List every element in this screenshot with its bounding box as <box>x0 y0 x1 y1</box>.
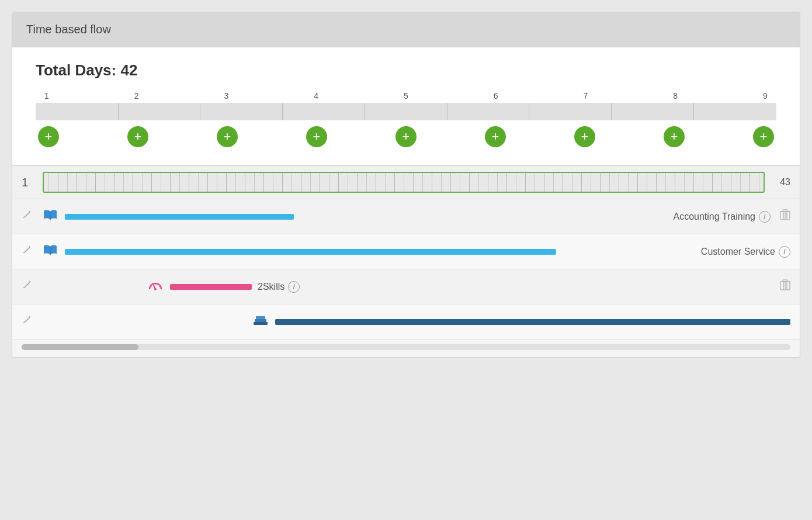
table-row: Accounting Training i <box>12 199 800 234</box>
timeline-num-4: 4 <box>307 91 325 100</box>
info-button-3[interactable]: i <box>288 281 300 293</box>
main-container: Time based flow Total Days: 42 1 2 3 4 5… <box>12 12 800 358</box>
info-button-2[interactable]: i <box>779 246 790 258</box>
gantt-section: 1 43 <box>12 166 800 357</box>
timeline-num-6: 6 <box>487 91 505 100</box>
timeline-track <box>36 103 776 120</box>
skill-icon <box>147 279 164 295</box>
scroll-track[interactable] <box>22 344 790 350</box>
gantt-ruler-end: 43 <box>772 177 790 188</box>
gantt-row-number: 1 <box>22 176 36 189</box>
progress-bar-3 <box>170 284 252 290</box>
timeline-num-7: 7 <box>577 91 595 100</box>
header: Time based flow <box>12 12 800 47</box>
add-step-4-button[interactable]: + <box>306 126 327 147</box>
timeline-num-8: 8 <box>667 91 684 100</box>
stack-icon <box>252 314 269 330</box>
bar-container-3 <box>170 283 252 291</box>
timeline-num-9: 9 <box>757 91 774 100</box>
table-row: Customer Service i <box>12 234 800 269</box>
customer-service-label: Customer Service <box>701 247 775 257</box>
progress-bar-4 <box>275 319 790 325</box>
edit-icon-4[interactable] <box>22 315 36 328</box>
item-label-2: Customer Service i <box>701 246 790 258</box>
edit-icon-3[interactable] <box>22 280 36 293</box>
info-button-1[interactable]: i <box>759 211 771 223</box>
scrollbar-area <box>12 339 800 357</box>
add-step-5-button[interactable]: + <box>395 126 417 147</box>
add-step-8-button[interactable]: + <box>664 126 685 147</box>
timeline-numbers: 1 2 3 4 5 6 7 8 9 <box>36 91 776 100</box>
add-step-3-button[interactable]: + <box>217 126 238 147</box>
add-step-9-button[interactable]: + <box>753 126 774 147</box>
progress-bar-2 <box>65 249 556 255</box>
top-section: Total Days: 42 1 2 3 4 5 6 7 8 9 <box>12 47 800 166</box>
svg-rect-20 <box>256 316 265 319</box>
delete-button-1[interactable] <box>776 209 790 224</box>
plus-buttons-row: + + + + + + + + + <box>36 126 776 147</box>
timeline-num-1: 1 <box>38 91 55 100</box>
bar-container-1 <box>65 213 667 221</box>
book-icon <box>41 209 59 225</box>
timeline-num-2: 2 <box>128 91 145 100</box>
add-step-7-button[interactable]: + <box>574 126 595 147</box>
book-icon-2 <box>41 244 59 260</box>
item-label-3: 2Skills i <box>258 281 300 293</box>
item-label-1: Accounting Training i <box>673 211 771 223</box>
progress-bar-1 <box>65 214 294 220</box>
edit-icon[interactable] <box>22 210 36 223</box>
table-row <box>12 304 800 339</box>
edit-icon-2[interactable] <box>22 245 36 258</box>
delete-button-3[interactable] <box>776 279 790 294</box>
bar-container-2 <box>65 248 695 256</box>
svg-rect-19 <box>255 319 266 322</box>
timeline-num-5: 5 <box>397 91 415 100</box>
page-title: Time based flow <box>26 23 111 36</box>
gantt-ruler-row: 1 43 <box>12 166 800 199</box>
2skills-label: 2Skills <box>258 282 284 292</box>
total-days-label: Total Days: 42 <box>36 61 776 79</box>
svg-point-8 <box>154 288 157 290</box>
accounting-training-label: Accounting Training <box>673 212 755 222</box>
scroll-thumb[interactable] <box>22 344 138 350</box>
add-step-1-button[interactable]: + <box>38 126 59 147</box>
gantt-ruler[interactable] <box>43 172 765 193</box>
add-step-6-button[interactable]: + <box>485 126 506 147</box>
bar-container-4 <box>275 318 790 326</box>
timeline-area: 1 2 3 4 5 6 7 8 9 <box>36 91 776 147</box>
timeline-num-3: 3 <box>218 91 235 100</box>
svg-rect-18 <box>254 322 268 325</box>
add-step-2-button[interactable]: + <box>127 126 148 147</box>
table-row: 2Skills i <box>12 269 800 304</box>
